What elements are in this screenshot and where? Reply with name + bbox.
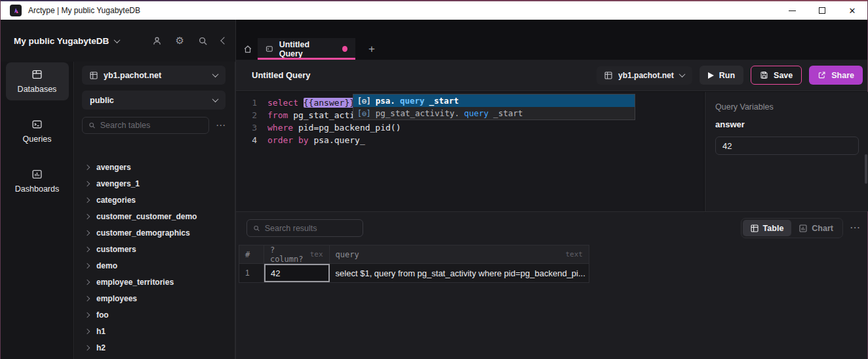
scrollbar-thumb[interactable]	[865, 154, 867, 184]
variable-name: answer	[715, 119, 868, 129]
table-name: customer_demographics	[96, 228, 190, 238]
code-token: pid=pg_backend_pid()	[298, 123, 401, 133]
chart-icon	[31, 169, 43, 180]
nav-label: Databases	[18, 85, 57, 94]
account-icon[interactable]	[152, 36, 162, 46]
table-row[interactable]: h1	[75, 323, 235, 339]
table-row[interactable]: categories	[75, 192, 235, 208]
app-body: My public YugabyteDB ⚙	[1, 20, 867, 359]
header-icons: ⚙	[152, 20, 227, 62]
save-button[interactable]: Save	[751, 66, 802, 85]
nav-label: Queries	[23, 135, 52, 144]
chevron-right-icon	[85, 246, 90, 251]
table-row[interactable]: demo	[75, 257, 235, 274]
column-name: ?column?	[270, 245, 304, 264]
code-token: {{answer}}	[304, 98, 355, 108]
table-name: foo	[96, 310, 109, 320]
connection-dropdown[interactable]: yb1.pachot.net	[597, 66, 692, 85]
server-dropdown[interactable]: yb1.pachot.net	[82, 66, 226, 85]
result-cell[interactable]: 42	[264, 264, 330, 282]
search-tables-input[interactable]	[100, 121, 203, 130]
table-row[interactable]: employee_territories	[75, 274, 235, 290]
settings-gear-icon[interactable]: ⚙	[176, 35, 184, 47]
chevron-right-icon	[85, 263, 90, 268]
search-results-input[interactable]	[265, 224, 357, 233]
play-icon	[708, 72, 714, 79]
search-icon	[89, 121, 96, 129]
table-grid-icon	[604, 72, 612, 79]
share-icon	[818, 71, 826, 79]
app-window: Arctype | My public YugabyteDB ✕ My publ…	[0, 0, 868, 359]
column-type: text	[559, 250, 583, 259]
run-button[interactable]: Run	[700, 66, 743, 85]
code-token: psa.query_	[313, 135, 365, 145]
column-header[interactable]: ?column?tex	[264, 245, 330, 263]
window-controls: ✕	[777, 1, 867, 20]
column-header[interactable]: #	[239, 245, 264, 263]
chevron-down-icon	[212, 71, 219, 77]
table-row[interactable]: employees	[75, 290, 235, 306]
nav-item-databases[interactable]: Databases	[6, 62, 69, 100]
table-row[interactable]: customer_customer_demo	[75, 208, 235, 224]
home-tab[interactable]	[237, 38, 258, 60]
suggestion-prefix: psa.	[376, 96, 395, 106]
chevron-down-icon	[212, 96, 219, 102]
arctype-logo-icon	[10, 5, 22, 16]
results-menu-icon[interactable]: ⋯	[850, 221, 861, 234]
suggestion-suffix: _start	[493, 108, 523, 118]
suggestion-match: query	[400, 96, 425, 106]
column-header[interactable]: querytext	[330, 245, 589, 263]
unsaved-dot	[342, 46, 347, 52]
autocomplete-item[interactable]: [⊖]pg_stat_activity.query_start	[353, 107, 635, 119]
schema-name: public	[90, 96, 114, 105]
field-icon: [⊖]	[357, 109, 371, 118]
autocomplete-item[interactable]: [⊖]psa.query_start	[353, 95, 635, 107]
table-name: customer_customer_demo	[96, 212, 197, 221]
workspace-name: My public YugabyteDB	[14, 36, 109, 46]
nav-item-queries[interactable]: Queries	[6, 112, 69, 150]
workspace-switcher[interactable]: My public YugabyteDB	[1, 36, 119, 46]
search-icon	[253, 224, 260, 232]
server-name: yb1.pachot.net	[104, 71, 161, 80]
chevron-right-icon	[85, 180, 90, 186]
search-icon[interactable]	[198, 36, 208, 46]
chevron-right-icon	[85, 213, 90, 219]
table-row[interactable]: h2	[75, 339, 235, 356]
nav-item-dashboards[interactable]: Dashboards	[6, 162, 69, 200]
search-results-box	[247, 219, 363, 237]
new-tab-button[interactable]: +	[363, 38, 380, 60]
tables-menu-icon[interactable]: ⋯	[213, 119, 229, 131]
table-grid-icon	[90, 72, 98, 79]
code-line: 4order by psa.query_	[236, 134, 704, 146]
chart-icon	[799, 224, 807, 232]
table-row[interactable]: order_details	[75, 356, 235, 359]
collapse-sidebar-icon[interactable]	[222, 38, 227, 43]
table-row[interactable]: customer_demographics	[75, 224, 235, 241]
minimize-button[interactable]	[777, 1, 807, 20]
table-row[interactable]: foo	[75, 306, 235, 323]
table-row[interactable]: avengers_1	[75, 175, 235, 192]
code-line: 3where pid=pg_backend_pid()	[236, 121, 704, 134]
chart-view-button[interactable]: Chart	[791, 220, 841, 236]
schema-dropdown[interactable]: public	[82, 91, 226, 110]
table-name: categories	[96, 196, 136, 205]
terminal-icon	[31, 119, 43, 130]
close-button[interactable]: ✕	[837, 1, 867, 20]
table-name: avengers	[96, 163, 131, 172]
chevron-right-icon	[85, 230, 90, 235]
table-row[interactable]: avengers	[75, 159, 235, 175]
results-table: #?column?texquerytext142select $1, query…	[239, 245, 589, 283]
result-cell[interactable]: select $1, query from pg_stat_activity w…	[330, 264, 589, 282]
tab-untitled-query[interactable]: Untitled Query	[258, 38, 355, 60]
share-button[interactable]: Share	[809, 66, 863, 85]
code-text: where pid=pg_backend_pid()	[267, 121, 401, 134]
chevron-right-icon	[85, 328, 90, 333]
table-view-button[interactable]: Table	[743, 220, 792, 236]
chevron-right-icon	[85, 164, 90, 169]
variable-value-input[interactable]	[715, 137, 859, 155]
title-bar: Arctype | My public YugabyteDB ✕	[1, 1, 867, 20]
maximize-button[interactable]	[807, 1, 837, 20]
window-title: Arctype | My public YugabyteDB	[28, 6, 140, 15]
table-row[interactable]: customers	[75, 241, 235, 257]
chevron-right-icon	[85, 279, 90, 284]
